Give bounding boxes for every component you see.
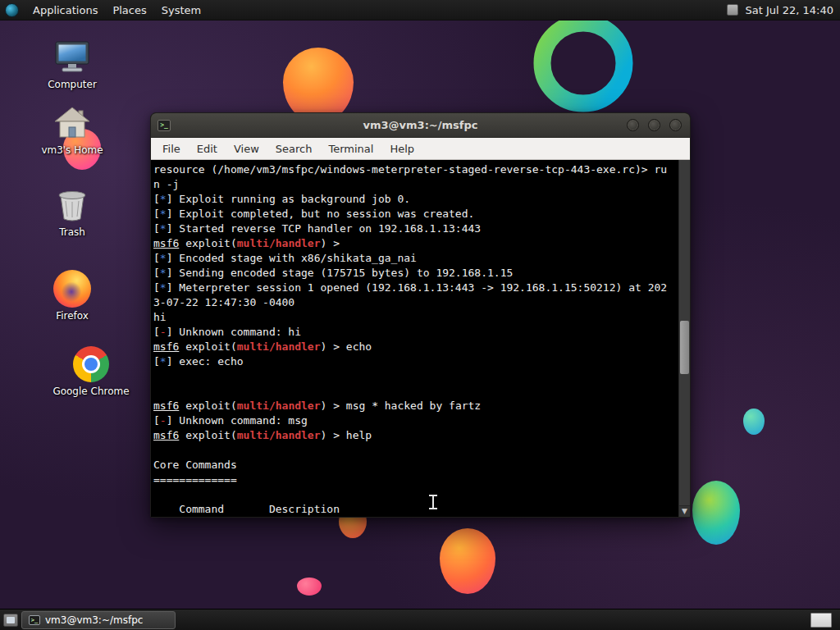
chrome-icon xyxy=(73,346,109,382)
scrollbar-thumb[interactable] xyxy=(680,321,689,374)
terminal-line: msf6 exploit(multi/handler) > help xyxy=(153,428,678,443)
terminal-line: [-] Unknown command: hi xyxy=(153,325,678,340)
panel-menu-applications[interactable]: Applications xyxy=(25,2,105,19)
terminal-line xyxy=(153,443,678,458)
desktop-icon-firefox[interactable]: Firefox xyxy=(35,271,109,322)
taskbar-window-label: vm3@vm3:~/msfpc xyxy=(45,614,143,626)
terminal-output[interactable]: resource (/home/vm3/msfpc/windows-meterp… xyxy=(151,160,678,517)
terminal-line: [*] Encoded stage with x86/shikata_ga_na… xyxy=(153,251,678,266)
window-titlebar[interactable]: >_ vm3@vm3:~/msfpc xyxy=(151,113,690,138)
desktop-icon-label: Firefox xyxy=(56,310,89,322)
desktop-icon-chrome[interactable]: Google Chrome xyxy=(46,346,136,397)
terminal-line: [*] Exploit completed, but no session wa… xyxy=(153,207,678,221)
terminal-line: Core Commands xyxy=(153,458,678,472)
wallpaper-blob-pink-tiny xyxy=(297,578,322,596)
scroll-down-arrow[interactable]: ▼ xyxy=(679,505,690,517)
terminal-line: [*] Sending encoded stage (175715 bytes)… xyxy=(153,266,678,281)
wallpaper-blob-teal-right xyxy=(692,481,740,545)
window-menubar: FileEditViewSearchTerminalHelp xyxy=(151,138,690,160)
menu-item-view[interactable]: View xyxy=(226,139,267,158)
terminal-line xyxy=(153,384,678,399)
desktop-icon-home[interactable]: vm3's Home xyxy=(35,105,109,156)
desktop-icon-label: Computer xyxy=(48,79,97,90)
desktop: { "colors": { "term-bg": "#000000", "ter… xyxy=(0,0,840,630)
terminal-window: >_ vm3@vm3:~/msfpc FileEditViewSearchTer… xyxy=(150,112,691,518)
panel-clock[interactable]: Sat Jul 22, 14:40 xyxy=(745,4,833,16)
desktop-icon-trash[interactable]: Trash xyxy=(35,187,109,238)
terminal-line: msf6 exploit(multi/handler) > msg * hack… xyxy=(153,399,678,413)
menu-item-terminal[interactable]: Terminal xyxy=(320,139,381,158)
home-icon xyxy=(53,105,91,141)
workspace-switcher[interactable] xyxy=(810,613,832,628)
distro-menu-icon[interactable] xyxy=(5,3,19,17)
terminal-line: [*] Started reverse TCP handler on 192.1… xyxy=(153,221,678,236)
show-desktop-button[interactable] xyxy=(3,614,18,627)
terminal-app-icon: >_ xyxy=(158,120,171,131)
menu-item-file[interactable]: File xyxy=(154,139,189,158)
wallpaper-blob-teal-small xyxy=(743,409,765,435)
panel-menu-places[interactable]: Places xyxy=(105,2,153,19)
terminal-line: msf6 exploit(multi/handler) > xyxy=(153,236,678,251)
menu-item-search[interactable]: Search xyxy=(267,139,321,158)
wallpaper-blob-orange-bottom xyxy=(440,528,495,594)
trash-icon xyxy=(54,187,90,223)
panel-menu-system[interactable]: System xyxy=(154,2,208,19)
minimize-button[interactable] xyxy=(627,119,639,131)
terminal-task-icon: >_ xyxy=(29,615,40,625)
computer-icon xyxy=(53,39,91,75)
desktop-icon-label: Trash xyxy=(59,226,85,238)
taskbar: >_ vm3@vm3:~/msfpc xyxy=(0,609,840,630)
desktop-icon-label: vm3's Home xyxy=(41,144,103,156)
terminal-line: n -j xyxy=(153,177,678,192)
firefox-icon xyxy=(53,271,91,307)
menu-item-help[interactable]: Help xyxy=(381,139,422,158)
window-title: vm3@vm3:~/msfpc xyxy=(151,119,690,131)
close-button[interactable] xyxy=(669,119,682,131)
maximize-button[interactable] xyxy=(648,119,660,131)
terminal-line: [-] Unknown command: msg xyxy=(153,413,678,428)
terminal-line: hi xyxy=(153,310,678,325)
top-panel: ApplicationsPlacesSystem Sat Jul 22, 14:… xyxy=(0,0,840,21)
terminal-line: resource (/home/vm3/msfpc/windows-meterp… xyxy=(153,162,678,177)
text-cursor xyxy=(428,495,438,510)
desktop-icon-label: Google Chrome xyxy=(52,386,129,397)
scrollbar[interactable]: ▼ xyxy=(678,160,690,517)
status-tray-icon[interactable] xyxy=(727,4,738,16)
panel-menus: ApplicationsPlacesSystem xyxy=(25,2,208,19)
terminal-area: resource (/home/vm3/msfpc/windows-meterp… xyxy=(151,160,690,517)
menu-item-edit[interactable]: Edit xyxy=(189,139,226,158)
terminal-line: [*] Meterpreter session 1 opened (192.16… xyxy=(153,281,678,295)
terminal-line xyxy=(153,369,678,384)
terminal-line: msf6 exploit(multi/handler) > echo xyxy=(153,340,678,354)
terminal-line: Command Description xyxy=(153,502,678,517)
terminal-line: 3-07-22 12:47:30 -0400 xyxy=(153,295,678,310)
window-buttons xyxy=(627,119,682,131)
terminal-line xyxy=(153,487,678,502)
terminal-line: [*] Exploit running as background job 0. xyxy=(153,192,678,207)
taskbar-window-button[interactable]: >_ vm3@vm3:~/msfpc xyxy=(21,611,176,629)
wallpaper-ring-teal xyxy=(532,13,638,113)
terminal-line: [*] exec: echo xyxy=(153,354,678,369)
desktop-icon-computer[interactable]: Computer xyxy=(35,39,109,90)
terminal-line: ============= xyxy=(153,472,678,487)
